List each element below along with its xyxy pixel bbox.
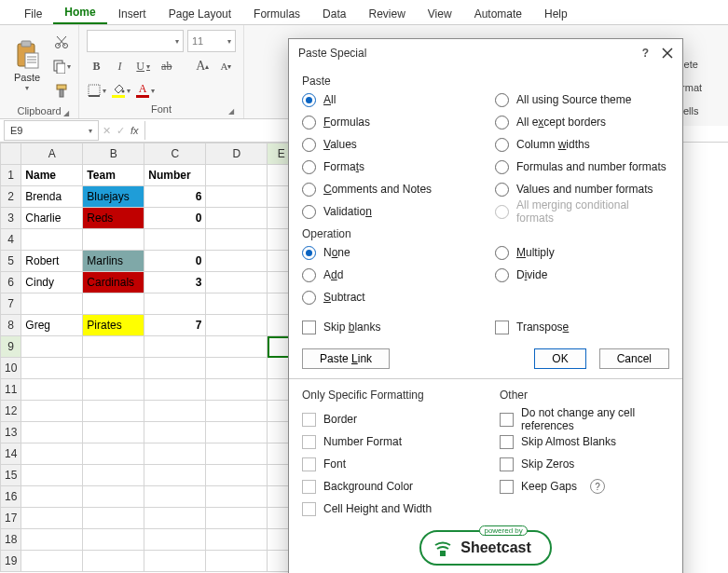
cell[interactable] <box>21 508 83 529</box>
menu-insert[interactable]: Insert <box>107 3 158 24</box>
paste-link-button[interactable]: Paste Link <box>302 348 390 369</box>
cell[interactable] <box>206 208 268 229</box>
row-header[interactable]: 11 <box>1 379 21 401</box>
row-header[interactable]: 18 <box>1 529 21 551</box>
row-header[interactable]: 10 <box>1 358 21 379</box>
cell[interactable] <box>206 486 268 508</box>
bold-button[interactable]: B <box>87 56 106 76</box>
font-name-select[interactable]: ▾ <box>87 30 184 52</box>
cell[interactable] <box>21 401 83 422</box>
cell[interactable] <box>206 229 268 251</box>
cell[interactable]: Robert <box>21 251 83 272</box>
cell[interactable] <box>21 358 83 379</box>
check-number-format[interactable]: Number Format <box>302 433 472 450</box>
row-header[interactable]: 13 <box>1 422 21 443</box>
radio-op-add[interactable]: Add <box>302 266 476 283</box>
cell[interactable] <box>144 443 206 465</box>
row-header[interactable]: 17 <box>1 508 21 529</box>
menu-page-layout[interactable]: Page Layout <box>158 3 242 24</box>
row-header[interactable]: 1 <box>1 165 21 186</box>
cell[interactable] <box>206 186 268 208</box>
ok-button[interactable]: OK <box>534 348 585 369</box>
cell[interactable]: Name <box>21 165 83 186</box>
radio-paste-comments[interactable]: Comments and Notes <box>302 181 476 198</box>
cell[interactable] <box>206 379 268 401</box>
check-cell-hw[interactable]: Cell Height and Width <box>302 500 472 517</box>
cell[interactable] <box>83 443 144 465</box>
cell[interactable] <box>206 336 268 358</box>
cell[interactable] <box>83 229 144 251</box>
cell[interactable] <box>206 508 268 529</box>
cell[interactable]: 7 <box>144 315 206 336</box>
cell[interactable] <box>21 293 83 315</box>
menu-view[interactable]: View <box>417 3 463 24</box>
cell[interactable]: Cindy <box>21 272 83 293</box>
cell[interactable] <box>206 358 268 379</box>
row-header[interactable]: 9 <box>1 336 21 358</box>
menu-review[interactable]: Review <box>357 3 416 24</box>
confirm-formula-icon[interactable]: ✓ <box>117 125 125 137</box>
cell[interactable] <box>21 336 83 358</box>
row-header[interactable]: 2 <box>1 186 21 208</box>
fill-color-button[interactable]: ▾ <box>111 80 131 101</box>
cancel-formula-icon[interactable]: ✕ <box>103 125 111 137</box>
cell[interactable] <box>83 529 144 551</box>
cell[interactable] <box>21 551 83 572</box>
radio-paste-formats[interactable]: Formats <box>302 158 476 175</box>
cell[interactable]: Charlie <box>21 208 83 229</box>
dialog-launcher-icon[interactable]: ◢ <box>228 107 234 116</box>
radio-paste-formulas-numfmt[interactable]: Formulas and number formats <box>495 158 669 175</box>
cell[interactable] <box>83 508 144 529</box>
cell[interactable] <box>83 401 144 422</box>
menu-formulas[interactable]: Formulas <box>242 3 311 24</box>
cell[interactable] <box>83 486 144 508</box>
cell[interactable] <box>206 551 268 572</box>
cell[interactable] <box>206 401 268 422</box>
cell[interactable] <box>83 293 144 315</box>
cell[interactable]: Pirates <box>83 315 144 336</box>
paste-button[interactable]: Paste ▾ <box>7 29 47 103</box>
cell[interactable] <box>21 229 83 251</box>
cell[interactable] <box>144 229 206 251</box>
cell[interactable] <box>21 379 83 401</box>
cell[interactable] <box>21 529 83 551</box>
col-header-c[interactable]: C <box>144 143 206 165</box>
shrink-font-button[interactable]: A▾ <box>216 56 236 76</box>
cell[interactable] <box>83 336 144 358</box>
cell[interactable] <box>144 401 206 422</box>
cell[interactable]: 6 <box>144 186 206 208</box>
check-transpose[interactable]: Transpose <box>495 319 669 335</box>
cell[interactable] <box>21 486 83 508</box>
cell[interactable] <box>144 529 206 551</box>
col-header-a[interactable]: A <box>21 143 83 165</box>
cell[interactable]: 0 <box>144 251 206 272</box>
name-box[interactable]: E9 ▾ <box>4 120 99 141</box>
cell[interactable]: Number <box>144 165 206 186</box>
cell[interactable]: Team <box>83 165 144 186</box>
cell[interactable]: Marlins <box>83 251 144 272</box>
cell[interactable] <box>144 379 206 401</box>
cancel-button[interactable]: Cancel <box>599 348 669 369</box>
info-icon[interactable]: ? <box>590 479 605 494</box>
row-header[interactable]: 14 <box>1 443 21 465</box>
cell[interactable] <box>144 465 206 486</box>
cell[interactable]: Brenda <box>21 186 83 208</box>
cell[interactable] <box>206 443 268 465</box>
fx-icon[interactable]: fx <box>130 125 139 136</box>
close-button[interactable] <box>662 48 673 59</box>
cell[interactable]: Bluejays <box>83 186 144 208</box>
grow-font-button[interactable]: A▴ <box>193 56 213 76</box>
sheetcast-badge[interactable]: powered by Sheetcast <box>302 530 669 566</box>
row-header[interactable]: 12 <box>1 401 21 422</box>
cell[interactable] <box>83 465 144 486</box>
cell[interactable] <box>144 358 206 379</box>
cell[interactable] <box>144 551 206 572</box>
cell[interactable] <box>21 422 83 443</box>
copy-button[interactable]: ▾ <box>52 57 71 75</box>
radio-op-subtract[interactable]: Subtract <box>302 289 476 306</box>
cell[interactable]: Greg <box>21 315 83 336</box>
cell[interactable] <box>83 422 144 443</box>
row-header[interactable]: 15 <box>1 465 21 486</box>
cut-button[interactable] <box>52 33 71 51</box>
radio-paste-except-borders[interactable]: All except borders <box>495 114 669 130</box>
